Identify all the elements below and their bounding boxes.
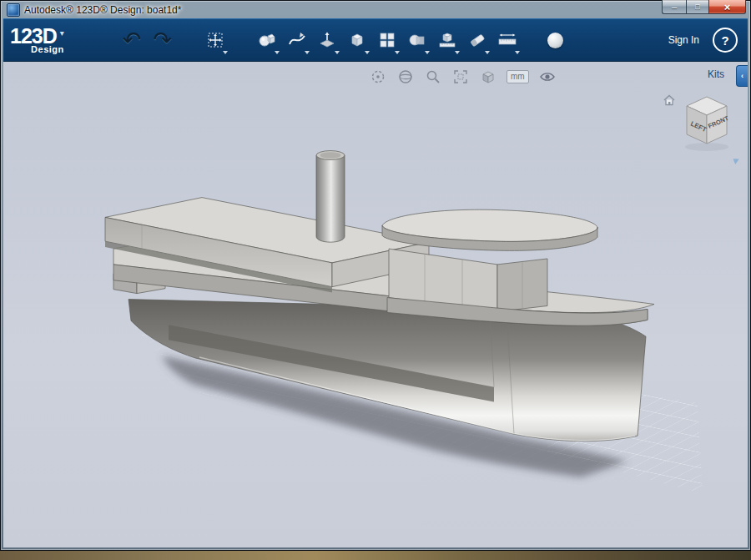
brand-sub-label: Design	[31, 45, 64, 54]
ruler-icon	[497, 30, 517, 50]
material-ball-button[interactable]	[547, 33, 563, 48]
dropdown-arrow-icon	[335, 51, 340, 54]
transform-icon	[205, 30, 225, 50]
viewcube-faces: LEFT FRONT	[679, 92, 734, 154]
view-mode-button[interactable]	[479, 68, 497, 86]
primitives-tool-button[interactable]	[252, 24, 282, 56]
dropdown-arrow-icon	[425, 51, 430, 54]
orbit-button[interactable]	[369, 68, 387, 86]
undo-icon: ↶	[123, 28, 142, 53]
view-navigation-toolbar: mm	[369, 68, 557, 86]
minimize-button[interactable]: –	[662, 0, 686, 14]
kits-collapse-tab[interactable]: ‹	[736, 65, 748, 87]
combine-icon	[407, 30, 427, 50]
maximize-button[interactable]: □	[686, 0, 708, 14]
home-icon	[663, 93, 676, 107]
dropdown-arrow-icon	[223, 51, 228, 54]
pattern-tool-button[interactable]	[372, 24, 402, 56]
sketch-icon	[287, 30, 307, 50]
help-button[interactable]: ?	[713, 28, 738, 53]
undo-button[interactable]: ↶	[123, 29, 142, 52]
app-icon	[7, 3, 20, 17]
viewport-3d[interactable]: mm Kits ‹	[3, 62, 748, 547]
orbit-icon	[370, 68, 386, 85]
app-window: Autodesk® 123D® Design: boat1d* – □ × 12…	[0, 0, 751, 551]
magnifier-icon	[425, 68, 441, 85]
fit-brackets-icon	[452, 68, 469, 85]
eraser-icon	[467, 30, 487, 50]
boat-model[interactable]	[105, 151, 654, 441]
measure-tool-button[interactable]	[432, 24, 462, 56]
modify-tool-button[interactable]	[342, 24, 372, 56]
window-controls: – □ ×	[662, 0, 746, 14]
app-menu[interactable]: 123D ▾ Design	[10, 26, 64, 54]
dropdown-arrow-icon	[455, 51, 460, 54]
sketch-tool-button[interactable]	[282, 24, 312, 56]
collapse-chevron-icon: ‹	[741, 72, 743, 80]
maximize-icon: □	[695, 3, 699, 11]
view-cube-icon	[480, 68, 496, 85]
fit-view-button[interactable]	[451, 68, 470, 86]
kits-panel-label: Kits	[708, 68, 724, 80]
dropdown-arrow-icon	[515, 51, 520, 54]
redo-icon: ↷	[153, 28, 172, 53]
titlebar[interactable]: Autodesk® 123D® Design: boat1d* – □ ×	[3, 1, 748, 18]
dropdown-arrow-icon	[395, 51, 400, 54]
construct-tool-button[interactable]	[312, 24, 342, 56]
close-button[interactable]: ×	[708, 0, 746, 14]
chevron-down-icon: ▾	[60, 29, 64, 38]
viewcube-widget: LEFT FRONT	[663, 92, 739, 169]
window-title: Autodesk® 123D® Design: boat1d*	[24, 4, 181, 16]
modify-icon	[347, 30, 367, 50]
transform-tool-button[interactable]	[200, 24, 230, 56]
combine-tool-button[interactable]	[402, 24, 432, 56]
dropdown-arrow-icon	[485, 51, 490, 54]
ruler-tool-button[interactable]	[492, 24, 522, 56]
history-buttons: ↶ ↷	[123, 29, 172, 52]
dropdown-arrow-icon	[275, 51, 280, 54]
eye-icon	[539, 68, 556, 85]
visibility-button[interactable]	[538, 68, 557, 86]
help-icon: ?	[721, 33, 728, 48]
scene-canvas[interactable]	[3, 62, 748, 547]
primitives-icon	[257, 30, 277, 50]
eraser-tool-button[interactable]	[462, 24, 492, 56]
measure-icon	[437, 30, 457, 50]
redo-button[interactable]: ↷	[153, 29, 172, 52]
zoom-button[interactable]	[424, 68, 442, 86]
dropdown-arrow-icon	[365, 51, 370, 54]
close-icon: ×	[724, 1, 731, 13]
sign-in-link[interactable]: Sign In	[668, 34, 699, 46]
globe-orbit-icon	[397, 68, 414, 85]
viewcube-orbit-arrow-icon[interactable]	[731, 156, 739, 164]
construct-icon	[317, 30, 337, 50]
minimize-icon: –	[672, 2, 677, 12]
dropdown-arrow-icon	[305, 51, 310, 54]
home-view-button[interactable]	[663, 93, 676, 110]
tool-palette	[252, 24, 522, 56]
pattern-icon	[377, 30, 397, 50]
units-label: mm	[511, 72, 525, 81]
free-orbit-button[interactable]	[396, 68, 415, 86]
units-selector[interactable]: mm	[507, 70, 529, 83]
viewcube[interactable]: LEFT FRONT	[679, 92, 734, 157]
main-toolbar: 123D ▾ Design ↶ ↷	[3, 18, 748, 62]
